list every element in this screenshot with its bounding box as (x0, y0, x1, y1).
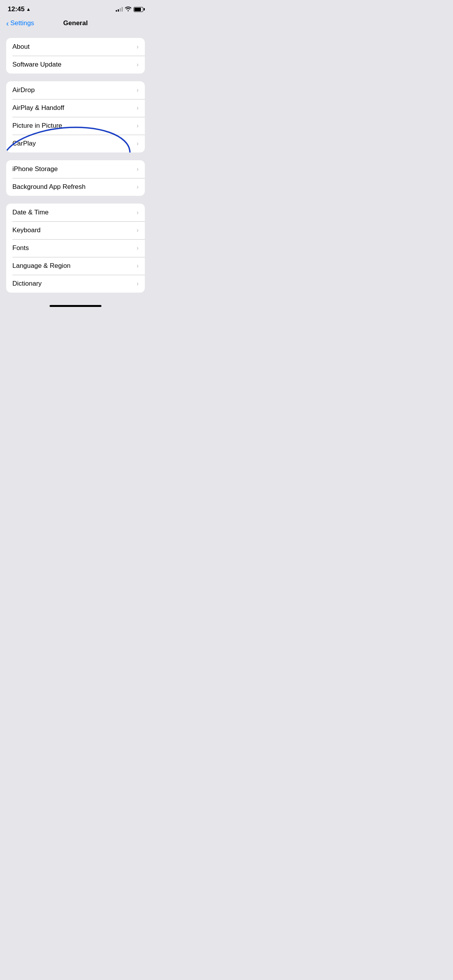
wifi-icon (125, 6, 131, 12)
back-button[interactable]: ‹ Settings (6, 19, 34, 27)
iphone-storage-chevron-icon: › (137, 166, 139, 173)
section-1: About › Software Update › (6, 38, 145, 74)
fonts-label: Fonts (12, 244, 29, 252)
section-4: Date & Time › Keyboard › Fonts › Languag… (6, 204, 145, 293)
software-update-label: Software Update (12, 61, 62, 69)
nav-bar: ‹ Settings General (0, 16, 151, 32)
software-update-row[interactable]: Software Update › (6, 56, 145, 74)
dictionary-label: Dictionary (12, 280, 42, 288)
software-update-chevron-icon: › (137, 61, 139, 68)
dictionary-row[interactable]: Dictionary › (6, 275, 145, 293)
dictionary-chevron-icon: › (137, 280, 139, 287)
status-time: 12:45 ▲ (8, 5, 31, 13)
background-app-refresh-label: Background App Refresh (12, 183, 86, 191)
carplay-row[interactable]: CarPlay › (6, 135, 145, 152)
picture-in-picture-row[interactable]: Picture in Picture › (6, 117, 145, 135)
status-icons (116, 6, 143, 12)
date-time-label: Date & Time (12, 209, 49, 216)
signal-bar-4 (122, 7, 123, 12)
language-region-label: Language & Region (12, 262, 70, 270)
airplay-handoff-chevron-icon: › (137, 105, 139, 111)
background-app-refresh-chevron-icon: › (137, 183, 139, 190)
keyboard-label: Keyboard (12, 226, 41, 234)
carplay-label: CarPlay (12, 140, 36, 147)
keyboard-row[interactable]: Keyboard › (6, 221, 145, 239)
iphone-storage-label: iPhone Storage (12, 165, 58, 173)
signal-bar-3 (120, 8, 121, 12)
airdrop-label: AirDrop (12, 86, 35, 94)
airplay-handoff-label: AirPlay & Handoff (12, 104, 64, 112)
page-title: General (63, 19, 88, 27)
battery-icon (134, 7, 143, 12)
signal-bar-1 (116, 10, 117, 12)
language-region-chevron-icon: › (137, 262, 139, 269)
fonts-chevron-icon: › (137, 245, 139, 252)
picture-in-picture-label: Picture in Picture (12, 122, 62, 130)
settings-content: About › Software Update › AirDrop › AirP… (0, 38, 151, 293)
time-display: 12:45 (8, 5, 24, 13)
back-chevron-icon: ‹ (6, 19, 9, 27)
date-time-chevron-icon: › (137, 209, 139, 216)
airdrop-chevron-icon: › (137, 87, 139, 94)
location-arrow-icon: ▲ (26, 7, 31, 12)
battery-fill (134, 8, 141, 11)
carplay-chevron-icon: › (137, 140, 139, 147)
picture-in-picture-chevron-icon: › (137, 122, 139, 129)
home-indicator (0, 300, 151, 310)
about-label: About (12, 43, 29, 51)
fonts-row[interactable]: Fonts › (6, 239, 145, 257)
about-chevron-icon: › (137, 43, 139, 50)
home-bar (50, 305, 101, 307)
back-label: Settings (10, 19, 34, 27)
section-3: iPhone Storage › Background App Refresh … (6, 160, 145, 196)
date-time-row[interactable]: Date & Time › (6, 204, 145, 221)
background-app-refresh-row[interactable]: Background App Refresh › (6, 178, 145, 196)
section-2: AirDrop › AirPlay & Handoff › Picture in… (6, 81, 145, 152)
signal-bar-2 (118, 9, 119, 12)
about-row[interactable]: About › (6, 38, 145, 56)
keyboard-chevron-icon: › (137, 227, 139, 234)
status-bar: 12:45 ▲ (0, 0, 151, 16)
airdrop-row[interactable]: AirDrop › (6, 81, 145, 99)
iphone-storage-row[interactable]: iPhone Storage › (6, 160, 145, 178)
airplay-handoff-row[interactable]: AirPlay & Handoff › (6, 99, 145, 117)
language-region-row[interactable]: Language & Region › (6, 257, 145, 275)
signal-strength-icon (116, 7, 123, 12)
